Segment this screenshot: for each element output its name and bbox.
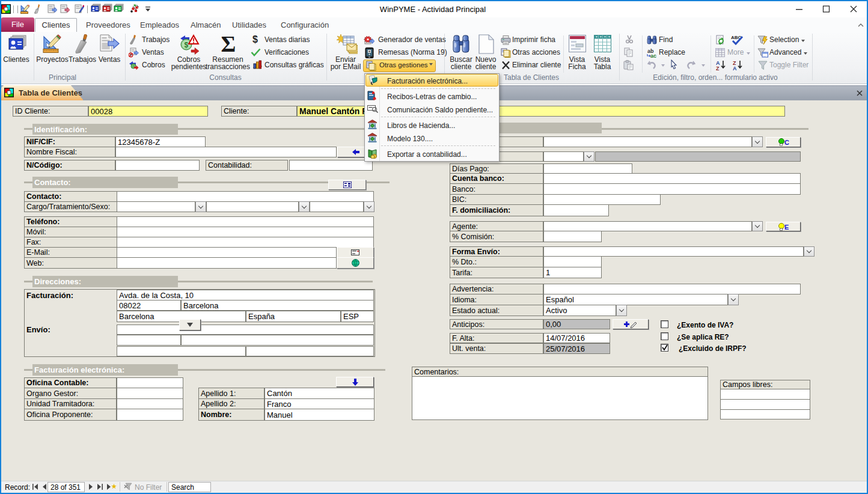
svg-text:E: E (784, 224, 789, 231)
svg-text:ac: ac (650, 53, 656, 58)
svg-text:A: A (733, 66, 737, 71)
svg-text:C: C (784, 139, 789, 146)
svg-text:...: ... (763, 53, 766, 57)
svg-text:Z: Z (716, 66, 720, 71)
svg-text:$: $ (185, 41, 189, 49)
